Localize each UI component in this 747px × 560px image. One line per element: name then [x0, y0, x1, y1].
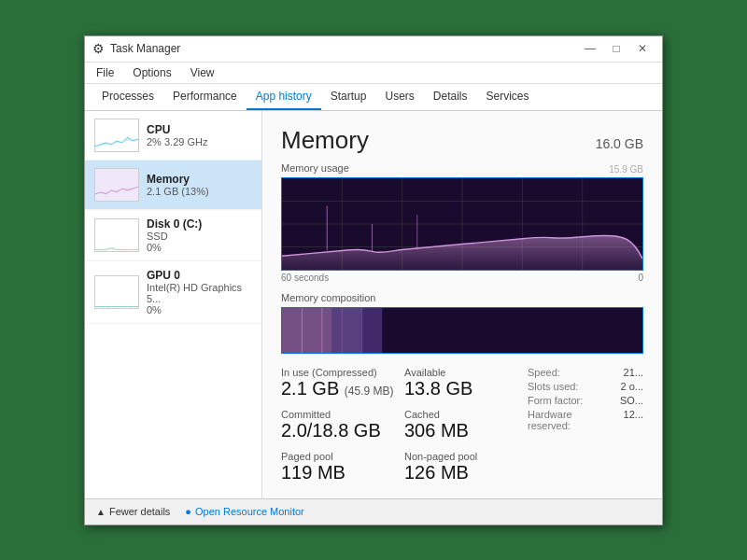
available-value: 13.8 GB [404, 378, 520, 399]
footer-bar: ▲ Fewer details ● Open Resource Monitor [85, 498, 662, 525]
in-use-compressed: (45.9 MB) [345, 385, 394, 398]
title-bar-controls: — □ ✕ [578, 39, 655, 58]
memory-info: Memory 2.1 GB (13%) [147, 173, 252, 197]
tab-services[interactable]: Services [477, 84, 539, 110]
non-paged-pool-stat: Non-paged pool 126 MB [404, 451, 520, 483]
left-panel: CPU 2% 3.29 GHz Memory 2.1 GB (13%) [85, 111, 262, 498]
available-label: Available [404, 367, 520, 378]
disk-sub2: 0% [147, 242, 252, 253]
available-stat: Available 13.8 GB [404, 367, 520, 399]
resource-monitor-label: Open Resource Monitor [195, 506, 304, 517]
cpu-graph [94, 119, 139, 152]
tab-startup[interactable]: Startup [321, 84, 376, 110]
disk-name: Disk 0 (C:) [147, 217, 252, 231]
svg-rect-12 [332, 308, 362, 353]
maximize-button[interactable]: □ [604, 39, 628, 58]
window-icon: ⚙ [92, 41, 105, 56]
fewer-details-button[interactable]: ▲ Fewer details [96, 506, 170, 517]
non-paged-pool-value: 126 MB [404, 462, 520, 483]
composition-graph [281, 307, 643, 354]
paged-pool-value: 119 MB [281, 462, 397, 483]
cached-value: 306 MB [404, 420, 520, 441]
menu-bar: File Options View [85, 63, 662, 84]
svg-rect-11 [282, 308, 332, 353]
usage-label: Memory usage [281, 162, 643, 174]
memory-total: 16.0 GB [596, 136, 643, 151]
tab-details[interactable]: Details [424, 84, 477, 110]
memory-title: Memory [281, 126, 369, 155]
tab-users[interactable]: Users [375, 84, 423, 110]
gpu-name: GPU 0 [147, 269, 252, 282]
tab-app-history[interactable]: App history [247, 84, 321, 110]
cpu-sub: 2% 3.29 GHz [147, 136, 252, 147]
gpu-sub2: 0% [147, 304, 252, 315]
form-factor-value: SO... [620, 395, 643, 406]
graph-max-label: 15.9 GB [609, 164, 643, 175]
graph-footer: 60 seconds 0 [281, 273, 643, 283]
menu-view[interactable]: View [187, 64, 218, 81]
hw-reserved-value: 12... [624, 409, 643, 431]
content-area: CPU 2% 3.29 GHz Memory 2.1 GB (13%) [85, 111, 662, 498]
disk-graph [94, 218, 139, 252]
paged-pool-stat: Paged pool 119 MB [281, 451, 397, 483]
speed-value: 21... [624, 367, 643, 378]
committed-stat: Committed 2.0/18.8 GB [281, 409, 397, 441]
window-title: Task Manager [110, 42, 180, 55]
memory-graph-mini [94, 168, 139, 202]
tab-bar: Processes Performance App history Startu… [85, 84, 662, 111]
composition-label: Memory composition [281, 292, 643, 303]
in-use-value: 2.1 GB (45.9 MB) [281, 378, 397, 399]
title-bar-left: ⚙ Task Manager [92, 41, 180, 56]
slots-value: 2 o... [621, 381, 643, 392]
right-stats: Speed: 21... Slots used: 2 o... Form fac… [528, 367, 643, 483]
memory-header: Memory 16.0 GB [281, 126, 643, 155]
minimize-button[interactable]: — [578, 39, 602, 58]
committed-value: 2.0/18.8 GB [281, 420, 397, 441]
device-disk[interactable]: Disk 0 (C:) SSD 0% [85, 210, 261, 261]
non-paged-pool-label: Non-paged pool [404, 451, 520, 462]
fewer-details-label: Fewer details [109, 506, 170, 517]
hw-reserved-label: Hardware reserved: [528, 409, 614, 431]
title-bar: ⚙ Task Manager — □ ✕ [85, 36, 662, 63]
in-use-label: In use (Compressed) [281, 367, 397, 378]
tab-performance[interactable]: Performance [163, 84, 247, 110]
in-use-gb: 2.1 GB [281, 378, 339, 399]
gpu-sub1: Intel(R) HD Graphics 5... [147, 282, 252, 304]
committed-label: Committed [281, 409, 397, 420]
task-manager-window: ⚙ Task Manager — □ ✕ File Options View P… [84, 35, 663, 525]
disk-info: Disk 0 (C:) SSD 0% [147, 217, 252, 253]
open-resource-monitor-link[interactable]: ● Open Resource Monitor [185, 506, 303, 517]
device-memory[interactable]: Memory 2.1 GB (13%) [85, 161, 261, 210]
cached-stat: Cached 306 MB [404, 409, 520, 441]
arrow-up-icon: ▲ [96, 507, 106, 517]
graph-zero-label: 0 [638, 273, 643, 283]
stats-grid: In use (Compressed) 2.1 GB (45.9 MB) Ava… [281, 367, 643, 483]
slots-row: Slots used: 2 o... [528, 381, 643, 392]
memory-sub: 2.1 GB (13%) [147, 186, 252, 197]
cached-label: Cached [404, 409, 520, 420]
cpu-info: CPU 2% 3.29 GHz [147, 123, 252, 147]
graph-time-label: 60 seconds [281, 273, 329, 283]
form-factor-label: Form factor: [528, 395, 583, 406]
memory-usage-graph [281, 177, 643, 271]
svg-rect-13 [362, 308, 382, 353]
close-button[interactable]: ✕ [630, 39, 655, 58]
device-cpu[interactable]: CPU 2% 3.29 GHz [85, 111, 261, 161]
monitor-icon: ● [185, 506, 191, 517]
speed-label: Speed: [528, 367, 560, 378]
slots-label: Slots used: [528, 381, 578, 392]
form-factor-row: Form factor: SO... [528, 395, 643, 406]
disk-sub1: SSD [147, 231, 252, 242]
device-gpu[interactable]: GPU 0 Intel(R) HD Graphics 5... 0% [85, 261, 261, 324]
right-panel: Memory 16.0 GB Memory usage 15.9 GB [262, 111, 662, 498]
menu-options[interactable]: Options [129, 64, 175, 81]
memory-name: Memory [147, 173, 252, 186]
tab-processes[interactable]: Processes [92, 84, 163, 110]
menu-file[interactable]: File [92, 64, 118, 81]
gpu-graph [94, 275, 139, 309]
cpu-name: CPU [147, 123, 252, 136]
in-use-stat: In use (Compressed) 2.1 GB (45.9 MB) [281, 367, 397, 399]
speed-row: Speed: 21... [528, 367, 643, 378]
gpu-info: GPU 0 Intel(R) HD Graphics 5... 0% [147, 269, 252, 315]
paged-pool-label: Paged pool [281, 451, 397, 462]
